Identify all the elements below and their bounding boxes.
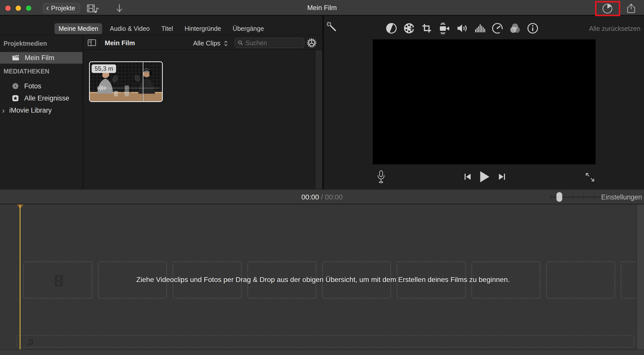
search-icon — [237, 40, 244, 46]
browser-title: Mein Film — [105, 39, 135, 47]
stabilization-camera-icon[interactable] — [438, 22, 450, 34]
playhead-line[interactable] — [20, 205, 20, 349]
slider-tick — [572, 194, 573, 199]
pane-divider — [323, 16, 324, 189]
color-correction-wheel-icon[interactable] — [403, 22, 415, 34]
time-separator: / — [321, 193, 323, 201]
clip-duration-badge: 55,3 m — [92, 64, 116, 73]
divider — [99, 35, 99, 50]
speed-gauge-icon[interactable] — [491, 22, 503, 34]
music-note-icon: ♫ — [26, 336, 34, 347]
settings-button[interactable]: Einstellungen — [601, 193, 642, 201]
sidebar-item-fotos[interactable]: Fotos — [0, 80, 83, 92]
clip-appearance-gear-icon[interactable] — [306, 37, 317, 48]
filters-circles-icon[interactable] — [509, 22, 521, 34]
sidebar-item-label: Alle Ereignisse — [24, 94, 69, 102]
media-tabs: Meine Medien Audio & Video Titel Hinterg… — [0, 23, 323, 34]
clapperboard-icon — [12, 54, 20, 62]
project-media-header: Projektmedien — [4, 40, 47, 47]
bottom-status-strip — [0, 349, 644, 355]
tab-meine-medien[interactable]: Meine Medien — [55, 23, 102, 34]
timeline-zoom-slider-thumb[interactable] — [556, 192, 562, 202]
star-square-icon — [12, 94, 19, 102]
voiceover-microphone-icon[interactable] — [375, 170, 387, 184]
clip-filter-dropdown[interactable]: Alle Clips — [193, 39, 228, 47]
info-icon[interactable] — [527, 22, 539, 34]
current-time: 00:00 — [301, 193, 319, 201]
slider-tick — [550, 194, 551, 199]
updown-chevrons-icon — [223, 40, 228, 47]
reset-all-label[interactable]: Alle zurücksetzen — [589, 25, 640, 33]
sidebar-item-label: Fotos — [24, 82, 41, 90]
annotation-highlight-box — [595, 1, 620, 16]
search-input[interactable] — [246, 39, 302, 47]
share-icon[interactable] — [626, 3, 636, 14]
background-music-well[interactable]: ♫ — [17, 335, 634, 348]
timeline[interactable]: Ziehe Videoclips und Fotos per Drag & Dr… — [0, 205, 644, 349]
imovie-window: ‹ Projekte Mein Film — [0, 0, 644, 355]
clip-filter-value: Alle Clips — [193, 39, 220, 47]
enhance-magic-wand-icon[interactable] — [326, 21, 338, 33]
libraries-sidebar: Projektmedien Mein Film MEDIATHEKEN — [0, 35, 83, 189]
sidebar-item-label: iMovie Library — [9, 107, 52, 114]
photos-flower-icon — [12, 82, 19, 90]
total-time: 00:00 — [325, 193, 343, 201]
tab-uebergaenge[interactable]: Übergänge — [229, 23, 268, 34]
tab-audio-video[interactable]: Audio & Video — [106, 23, 154, 34]
skip-forward-icon[interactable] — [498, 172, 507, 182]
window-title: Mein Film — [0, 4, 644, 12]
sidebar-item-imovie-library[interactable]: › iMovie Library — [0, 105, 83, 116]
tab-hintergruende[interactable]: Hintergründe — [181, 23, 225, 34]
sidebar-item-mein-film[interactable]: Mein Film — [0, 52, 83, 64]
title-bar: ‹ Projekte Mein Film — [0, 0, 644, 16]
timeline-empty-message: Ziehe Videoclips und Fotos per Drag & Dr… — [25, 276, 621, 284]
clip-skimmer-playhead[interactable] — [143, 62, 143, 102]
timeline-scrollbar-track[interactable] — [636, 205, 644, 349]
crop-icon[interactable] — [421, 22, 433, 34]
slider-tick — [583, 194, 584, 199]
sidebar-toggle-icon[interactable] — [87, 38, 97, 47]
browser-scrollbar-track[interactable] — [315, 50, 322, 189]
color-balance-icon[interactable] — [385, 22, 397, 34]
volume-icon[interactable] — [456, 22, 468, 34]
viewer-video-canvas — [373, 39, 596, 164]
skip-back-icon[interactable] — [463, 172, 472, 182]
noise-reduction-bars-icon[interactable] — [474, 22, 486, 34]
sidebar-divider — [83, 35, 83, 189]
mediatheken-header: MEDIATHEKEN — [4, 68, 49, 75]
fullscreen-arrows-icon[interactable] — [585, 172, 595, 182]
sidebar-item-alle-ereignisse[interactable]: Alle Ereignisse — [0, 92, 83, 104]
sidebar-item-label: Mein Film — [25, 54, 54, 62]
slider-tick — [594, 194, 595, 199]
timecode-display: 00:00 / 00:00 — [0, 193, 644, 201]
play-icon[interactable] — [478, 170, 491, 184]
search-field[interactable] — [235, 38, 304, 48]
tab-titel[interactable]: Titel — [157, 23, 177, 34]
